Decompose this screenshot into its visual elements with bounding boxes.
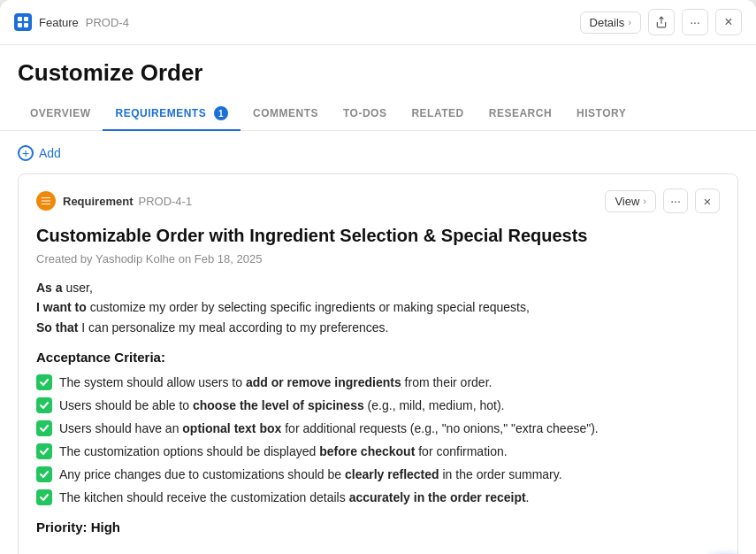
titlebar-feature-id: PROD-4 <box>86 16 129 29</box>
titlebar-left: Feature PROD-4 <box>14 13 580 31</box>
check-icon <box>36 374 52 390</box>
requirement-meta: Created by Yashodip Kolhe on Feb 18, 202… <box>36 252 720 265</box>
close-button[interactable]: × <box>715 9 742 35</box>
tab-overview[interactable]: OVERVIEW <box>18 98 103 130</box>
requirement-title: Customizable Order with Ingredient Selec… <box>36 224 720 247</box>
content-area: + Add Requirement PROD-4-1 View <box>0 131 756 554</box>
view-chevron-icon: › <box>643 196 646 206</box>
requirement-card: Requirement PROD-4-1 View › ··· × Custom… <box>18 173 738 554</box>
tab-history[interactable]: HISTORY <box>564 98 638 130</box>
tab-todos[interactable]: TO-DOS <box>331 98 399 130</box>
card-close-button[interactable]: × <box>695 189 720 213</box>
acceptance-criteria-title: Acceptance Criteria: <box>36 350 720 365</box>
priority-label: Priority: High <box>36 519 720 535</box>
requirement-type-icon <box>36 191 56 211</box>
tab-requirements[interactable]: REQUIREMENTS 1 <box>103 97 241 131</box>
card-actions: View › ··· × <box>605 189 720 213</box>
requirement-story: As a user, I want to customize my order … <box>36 278 720 337</box>
card-header: Requirement PROD-4-1 View › ··· × <box>36 189 720 213</box>
criteria-item: Users should have an optional text box f… <box>36 419 720 438</box>
view-button[interactable]: View › <box>605 190 656 212</box>
criteria-item: The kitchen should receive the customiza… <box>36 489 720 507</box>
svg-rect-1 <box>42 197 51 198</box>
tab-comments[interactable]: COMMENTS <box>241 98 331 130</box>
page-title: Customize Order <box>18 59 738 87</box>
app-icon <box>14 13 32 31</box>
criteria-item: The customization options should be disp… <box>36 442 720 461</box>
add-button[interactable]: + Add <box>18 145 738 161</box>
share-button[interactable] <box>648 9 675 35</box>
titlebar-right: Details › ··· × <box>580 9 742 35</box>
criteria-item: Users should be able to choose the level… <box>36 396 720 415</box>
titlebar-feature-label: Feature <box>39 16 79 29</box>
check-icon <box>36 397 52 413</box>
card-more-button[interactable]: ··· <box>663 189 688 213</box>
criteria-item: Any price changes due to customizations … <box>36 466 720 484</box>
check-icon <box>36 420 52 436</box>
card-id: PROD-4-1 <box>138 195 192 208</box>
add-circle-icon: + <box>18 145 34 161</box>
tabs-bar: OVERVIEW REQUIREMENTS 1 COMMENTS TO-DOS … <box>0 97 756 131</box>
titlebar: Feature PROD-4 Details › ··· × <box>0 0 756 45</box>
card-type-label: Requirement <box>63 195 133 208</box>
svg-rect-2 <box>42 200 51 201</box>
more-options-button[interactable]: ··· <box>682 9 708 35</box>
check-icon <box>36 443 52 459</box>
requirements-badge: 1 <box>214 106 228 120</box>
criteria-item: The system should allow users to add or … <box>36 373 720 392</box>
tab-research[interactable]: RESEARCH <box>477 98 564 130</box>
details-button[interactable]: Details › <box>580 12 641 34</box>
svg-rect-3 <box>42 204 51 204</box>
check-icon <box>36 466 52 482</box>
page-title-section: Customize Order <box>0 45 756 87</box>
tab-related[interactable]: RELATED <box>399 98 476 130</box>
main-window: Feature PROD-4 Details › ··· × <box>0 0 756 554</box>
criteria-list: The system should allow users to add or … <box>36 373 720 507</box>
check-icon <box>36 489 52 505</box>
chevron-right-icon: › <box>628 17 631 27</box>
